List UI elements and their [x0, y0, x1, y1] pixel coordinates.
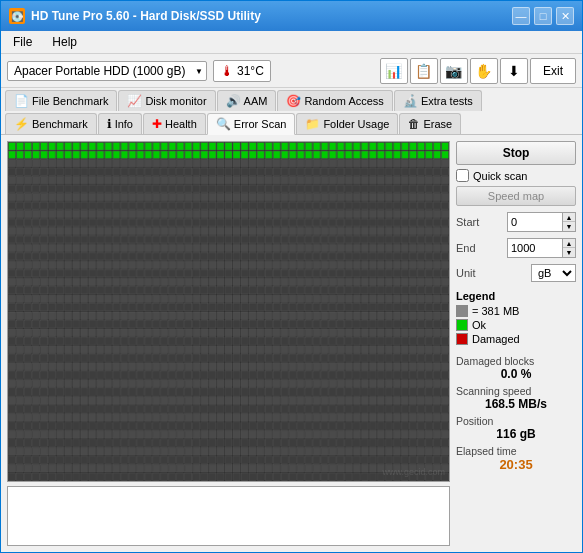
scan-area: www.gecid.com [7, 141, 450, 546]
start-row: Start ▲ ▼ [456, 212, 576, 232]
tab-file-benchmark[interactable]: 📄 File Benchmark [5, 90, 117, 111]
app-icon: 💽 [9, 8, 25, 24]
position-value: 116 gB [456, 427, 576, 441]
toolbar-icon-4[interactable]: ✋ [470, 58, 498, 84]
start-spin-down[interactable]: ▼ [563, 222, 575, 231]
disk-monitor-icon: 📈 [127, 94, 142, 108]
tab-extra-tests[interactable]: 🔬 Extra tests [394, 90, 482, 111]
toolbar-icon-5[interactable]: ⬇ [500, 58, 528, 84]
tab-aam[interactable]: 🔊 AAM [217, 90, 277, 111]
benchmark-icon: ⚡ [14, 117, 29, 131]
tab-disk-monitor[interactable]: 📈 Disk monitor [118, 90, 215, 111]
temperature-display: 🌡 31°C [213, 60, 271, 82]
legend-damaged-text: Damaged [472, 333, 520, 345]
position-label: Position [456, 415, 576, 427]
legend-item-ok: Ok [456, 319, 576, 331]
legend-item-damaged: Damaged [456, 333, 576, 345]
start-input-group: ▲ ▼ [507, 212, 576, 232]
close-button[interactable]: ✕ [556, 7, 574, 25]
health-icon: ✚ [152, 117, 162, 131]
title-bar-left: 💽 HD Tune Pro 5.60 - Hard Disk/SSD Utili… [9, 8, 261, 24]
tab-benchmark[interactable]: ⚡ Benchmark [5, 113, 97, 134]
stop-button[interactable]: Stop [456, 141, 576, 165]
unit-row: Unit gB MB kB [456, 264, 576, 282]
info-icon: ℹ [107, 117, 112, 131]
legend-section: Legend = 381 MB Ok Damaged [456, 290, 576, 347]
tab-error-scan[interactable]: 🔍 Error Scan [207, 113, 296, 135]
damaged-blocks-label: Damaged blocks [456, 355, 576, 367]
unit-select[interactable]: gB MB kB [531, 264, 576, 282]
menu-bar: File Help [1, 31, 582, 54]
scanning-speed-label: Scanning speed [456, 385, 576, 397]
log-box [7, 486, 450, 546]
title-bar: 💽 HD Tune Pro 5.60 - Hard Disk/SSD Utili… [1, 1, 582, 31]
error-scan-icon: 🔍 [216, 117, 231, 131]
quick-scan-label: Quick scan [473, 170, 527, 182]
legend-size-text: = 381 MB [472, 305, 519, 317]
tab-folder-usage[interactable]: 📁 Folder Usage [296, 113, 398, 134]
toolbar-icon-1[interactable]: 📊 [380, 58, 408, 84]
end-input-group: ▲ ▼ [507, 238, 576, 258]
menu-file[interactable]: File [5, 33, 40, 51]
scan-grid-container: www.gecid.com [7, 141, 450, 482]
right-panel: Stop Quick scan Speed map Start ▲ ▼ [456, 141, 576, 546]
tab-erase[interactable]: 🗑 Erase [399, 113, 461, 134]
toolbar-icons: 📊 📋 📷 ✋ ⬇ Exit [380, 58, 576, 84]
legend-item-size: = 381 MB [456, 305, 576, 317]
folder-usage-icon: 📁 [305, 117, 320, 131]
start-input[interactable] [507, 212, 562, 232]
damaged-blocks-value: 0.0 % [456, 367, 576, 381]
tab-info[interactable]: ℹ Info [98, 113, 142, 134]
extra-tests-icon: 🔬 [403, 94, 418, 108]
legend-box-damaged [456, 333, 468, 345]
quick-scan-checkbox[interactable] [456, 169, 469, 182]
quick-scan-row: Quick scan [456, 169, 576, 182]
end-spin-down[interactable]: ▼ [563, 248, 575, 257]
file-benchmark-icon: 📄 [14, 94, 29, 108]
window-title: HD Tune Pro 5.60 - Hard Disk/SSD Utility [31, 9, 261, 23]
main-window: 💽 HD Tune Pro 5.60 - Hard Disk/SSD Utili… [0, 0, 583, 553]
random-access-icon: 🎯 [286, 94, 301, 108]
end-spin-up[interactable]: ▲ [563, 239, 575, 248]
drive-select-wrapper: Apacer Portable HDD (1000 gB) [7, 61, 207, 81]
legend-box-ok [456, 319, 468, 331]
unit-label: Unit [456, 267, 476, 279]
minimize-button[interactable]: — [512, 7, 530, 25]
watermark: www.gecid.com [382, 467, 445, 477]
stats-section: Damaged blocks 0.0 % Scanning speed 168.… [456, 355, 576, 472]
elapsed-time-value: 20:35 [456, 457, 576, 472]
start-spin-up[interactable]: ▲ [563, 213, 575, 222]
erase-icon: 🗑 [408, 117, 420, 131]
drive-select[interactable]: Apacer Portable HDD (1000 gB) [7, 61, 207, 81]
legend-title: Legend [456, 290, 576, 302]
aam-icon: 🔊 [226, 94, 241, 108]
menu-help[interactable]: Help [44, 33, 85, 51]
end-label: End [456, 242, 476, 254]
start-spinner: ▲ ▼ [562, 212, 576, 232]
end-input[interactable] [507, 238, 562, 258]
scanning-speed-value: 168.5 MB/s [456, 397, 576, 411]
elapsed-time-label: Elapsed time [456, 445, 576, 457]
maximize-button[interactable]: □ [534, 7, 552, 25]
content-area: www.gecid.com Stop Quick scan Speed map … [1, 135, 582, 552]
legend-ok-text: Ok [472, 319, 486, 331]
title-bar-controls: — □ ✕ [512, 7, 574, 25]
start-label: Start [456, 216, 479, 228]
tab-health[interactable]: ✚ Health [143, 113, 206, 134]
exit-button[interactable]: Exit [530, 58, 576, 84]
thermometer-icon: 🌡 [220, 63, 234, 79]
legend-box-size [456, 305, 468, 317]
toolbar-icon-3[interactable]: 📷 [440, 58, 468, 84]
toolbar-icon-2[interactable]: 📋 [410, 58, 438, 84]
tabs-row-2: ⚡ Benchmark ℹ Info ✚ Health 🔍 Error Scan… [1, 111, 582, 135]
tab-random-access[interactable]: 🎯 Random Access [277, 90, 392, 111]
toolbar: Apacer Portable HDD (1000 gB) 🌡 31°C 📊 📋… [1, 54, 582, 88]
tabs-row: 📄 File Benchmark 📈 Disk monitor 🔊 AAM 🎯 … [1, 88, 582, 112]
end-spinner: ▲ ▼ [562, 238, 576, 258]
end-row: End ▲ ▼ [456, 238, 576, 258]
speed-map-button[interactable]: Speed map [456, 186, 576, 206]
temperature-value: 31°C [237, 64, 264, 78]
